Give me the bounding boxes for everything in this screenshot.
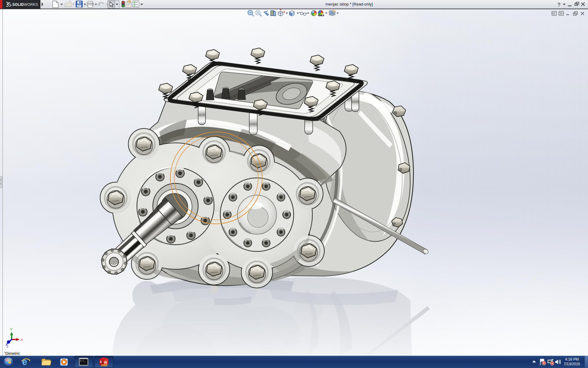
svg-text:*Dimetric: *Dimetric	[4, 351, 20, 356]
svg-text:2015: 2015	[101, 363, 107, 367]
svg-text:C:\_: C:\_	[80, 360, 86, 362]
svg-text:Y: Y	[10, 328, 13, 331]
svg-text:X: X	[21, 338, 23, 342]
svg-text:?: ?	[557, 2, 560, 8]
svg-text:Z: Z	[6, 345, 8, 348]
svg-text:e: e	[22, 357, 27, 367]
